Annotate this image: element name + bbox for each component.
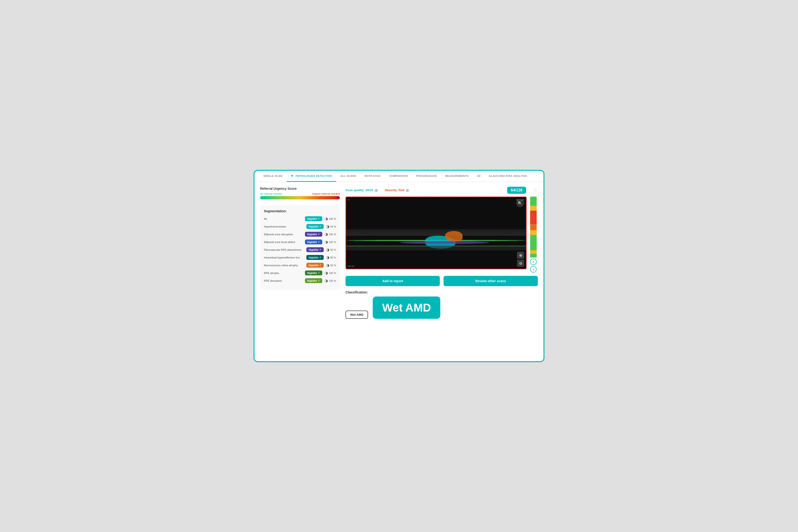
seg-toggle-ellipsoid-disruption[interactable]: ◑ 100 % [325,232,336,236]
seg-row-rpe-disruption: RPE disruption Highliht ✓ ◑ 100 % [264,278,336,283]
tab-measurements[interactable]: MEASUREMENTS [441,171,473,182]
oct-container: tt 64 / 128 🔍 ⊕ ⊖ 200 µm [345,196,538,272]
tab-all-scans[interactable]: ALL SCANS [336,171,360,182]
oct-purple-layer [400,241,489,244]
stripe-nav: ∧ ∨ [530,259,537,272]
referral-bar-container: ▼ [260,196,340,201]
referral-label-urgent: Urgent referral needed [312,192,340,195]
seg-label-fibrovascular: Fibrovascular RPE detachment [264,248,304,251]
wet-amd-big-label: Wet AMD [373,297,440,319]
stripe-yellow-3 [530,250,537,254]
tab-both-eyes[interactable]: BOTH EYES [361,171,385,182]
scan-quality: Scan quality: 10/10 i [345,188,378,192]
oct-search-button[interactable]: 🔍 [516,199,524,207]
classification-tags: Wet AMD Wet AMD [345,297,538,319]
referral-bar [260,196,340,200]
stripe-orange-1 [530,224,537,230]
segmentation-title: Segmentation: [264,209,336,213]
seg-label-rpe-atrophy: RPE atrophy [264,272,303,274]
seg-toggle-neurosensory[interactable]: ◑ 60 % [326,263,336,267]
seg-row-ellipsoid-focal: Ellipsoid zone focal defect Highliht ✓ ◑… [264,240,336,244]
seg-row-hypertransmission: Hypertransmission Highliht ✓ ◑ 60 % [264,224,336,229]
scan-quality-value: 10/10 [365,188,373,192]
eye-icon: 👁 [291,174,294,177]
seg-highlight-btn-rpe-disruption[interactable]: Highliht ✓ [305,278,322,283]
seg-highlight-btn-fibrovascular[interactable]: Highliht ✓ [306,247,324,252]
stripe-yellow-1 [530,206,537,211]
referral-indicator: ▼ [336,196,339,200]
seg-label-hyperreflective: Intraretinal hyperreflective foci [264,256,304,259]
seg-row-rpe-atrophy: RPE atrophy Highliht ✓ ◑ 100 % [264,270,336,276]
nav-tabs: SINGLE SCAN 👁 PATHOLOGIES DETECTION ALL … [254,171,544,182]
seg-row-all: All Highliht ✓ ◑ 100 % [264,216,336,221]
right-panel: Scan quality: 10/10 i Severity: Red i 64… [345,187,538,319]
referral-title: Referral Urgency Score [260,187,340,190]
check-icon-all: ✓ [318,217,320,220]
stripe-arrow-icon: ◀ [530,224,530,228]
stripe-bar: 64 ◀ [530,196,537,258]
classification-section: Classification: Wet AMD Wet AMD [345,290,538,319]
tab-glaucoma-risk[interactable]: GLAUCOMA RISK ANALYSIS [485,171,531,182]
main-content: Referral Urgency Score No referral neede… [254,182,544,323]
classification-title: Classification: [345,290,538,294]
stripe-green-top [530,196,537,206]
severity-label: Severity: [385,188,399,192]
seg-highlight-btn-ellipsoid-focal[interactable]: Highliht ✓ [305,240,322,244]
stripe-indicator-row: 64 ◀ [530,224,530,228]
seg-row-fibrovascular: Fibrovascular RPE detachment Highliht ✓ … [264,247,336,252]
stripe-green-mid [530,235,537,250]
seg-toggle-hyperreflective[interactable]: ◑ 80 % [326,255,336,260]
stripe-nav-down[interactable]: ∨ [530,266,537,272]
seg-highlight-btn-ellipsoid-disruption[interactable]: Highliht ✓ [305,232,322,237]
seg-highlight-btn-neurosensory[interactable]: Highliht ✓ [306,263,324,268]
seg-label-rpe-disruption: RPE disruption [264,279,303,282]
seg-highlight-btn-hyperreflective[interactable]: Highliht ✓ [306,255,324,260]
star-button[interactable]: ☆ [533,187,538,193]
scan-meta: Scan quality: 10/10 i Severity: Red i 64… [345,187,538,194]
seg-highlight-btn-rpe-atrophy[interactable]: Highliht ✓ [305,270,322,276]
severity-value: Red [399,188,404,192]
tab-pathologies-detection[interactable]: 👁 PATHOLOGIES DETECTION [287,171,336,182]
scan-quality-label: Scan quality: [345,188,365,192]
seg-highlight-btn-all[interactable]: Highliht ✓ [305,216,322,221]
stripe-yellow-2 [530,230,537,235]
seg-row-hyperreflective: Intraretinal hyperreflective foci Highli… [264,255,336,260]
referral-label-no-referral: No referral needed [260,192,282,195]
seg-toggle-hypertransmission[interactable]: ◑ 60 % [326,224,336,229]
zoom-in-button[interactable]: ⊕ [517,252,524,259]
seg-toggle-all[interactable]: ◑ 100 % [325,216,336,221]
seg-label-ellipsoid-focal: Ellipsoid zone focal defect [264,241,303,244]
oct-image: tt 64 / 128 🔍 ⊕ ⊖ 200 µm [345,196,527,269]
retinal-layer-top [346,229,526,236]
tab-single-scan[interactable]: SINGLE SCAN [259,171,287,182]
stripe-nav-up[interactable]: ∧ [530,259,537,265]
action-buttons: Add to report Review other scans [345,276,538,286]
review-other-scans-button[interactable]: Review other scans [443,276,538,286]
oct-scale-label: 200 µm [348,265,355,267]
oct-scan-label: tt [348,199,349,201]
stripe-red-1 [530,211,537,224]
seg-label-ellipsoid-disruption: Ellipsoid zone disruption [264,233,303,236]
toggle-icon-all: ◑ [325,216,328,221]
seg-toggle-rpe-atrophy[interactable]: ◑ 100 % [325,271,336,275]
zoom-out-button[interactable]: ⊖ [517,260,524,267]
referral-section: Referral Urgency Score No referral neede… [260,187,340,201]
seg-label-neurosensory: Neurosensory retina atrophy [264,264,304,267]
oct-sidebar: 64 ◀ ∧ ∨ [529,196,538,272]
seg-label-all: All [264,217,303,220]
tab-3d[interactable]: 3D [473,171,485,182]
oct-zoom-controls: ⊕ ⊖ [517,252,524,267]
tab-comparison[interactable]: COMPARISON [385,171,412,182]
seg-toggle-fibrovascular[interactable]: ◑ 60 % [326,247,336,252]
seg-row-ellipsoid-disruption: Ellipsoid zone disruption Highliht ✓ ◑ 1… [264,232,336,237]
scan-counter-box: 64/128 [507,187,526,194]
seg-highlight-btn-hypertransmission[interactable]: Highliht ✓ [306,224,324,229]
seg-toggle-rpe-disruption[interactable]: ◑ 100 % [325,279,336,283]
severity-info[interactable]: i [406,189,409,192]
add-to-report-button[interactable]: Add to report [345,276,440,286]
severity: Severity: Red i [385,188,409,192]
app-container: SINGLE SCAN 👁 PATHOLOGIES DETECTION ALL … [253,170,545,362]
scan-quality-info[interactable]: i [375,189,378,192]
tab-progression[interactable]: PROGRESSION [412,171,441,182]
seg-toggle-ellipsoid-focal[interactable]: ◑ 100 % [325,240,336,244]
